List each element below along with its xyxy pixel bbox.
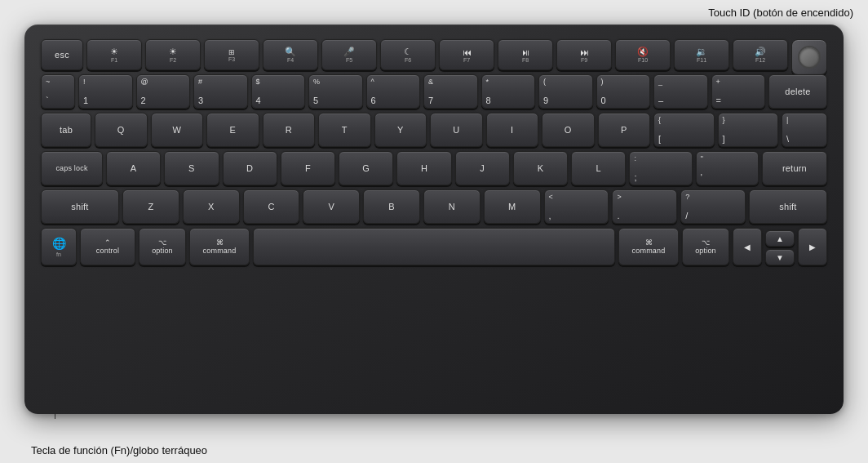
key-f12[interactable]: 🔊 F12 xyxy=(733,39,788,70)
key-c[interactable]: C xyxy=(243,189,300,224)
key-f8[interactable]: ⏯ F8 xyxy=(498,39,553,70)
key-return[interactable]: return xyxy=(762,151,827,185)
fn-globe-label: Tecla de función (Fn)/globo terráqueo xyxy=(31,444,207,456)
key-shift-right[interactable]: shift xyxy=(749,189,827,224)
key-9[interactable]: (9 xyxy=(538,74,593,109)
key-v[interactable]: V xyxy=(303,189,360,224)
qwerty-row: tab Q W E R T Y U I O P {[ }] |\ xyxy=(41,113,827,147)
key-esc[interactable]: esc xyxy=(41,39,83,70)
key-5[interactable]: %5 xyxy=(308,74,363,109)
key-n[interactable]: N xyxy=(423,189,480,224)
key-fn-globe[interactable]: 🌐 fn xyxy=(41,228,77,265)
key-minus[interactable]: _– xyxy=(653,74,708,109)
key-7[interactable]: &7 xyxy=(423,74,478,109)
key-option-right[interactable]: ⌥ option xyxy=(682,228,729,265)
key-4[interactable]: $4 xyxy=(251,74,306,109)
key-control[interactable]: ⌃ control xyxy=(80,228,135,265)
key-2[interactable]: @2 xyxy=(136,74,191,109)
key-shift-left[interactable]: shift xyxy=(41,189,119,224)
key-space[interactable] xyxy=(253,228,615,265)
key-1[interactable]: !1 xyxy=(78,74,133,109)
key-0[interactable]: )0 xyxy=(596,74,651,109)
key-i[interactable]: I xyxy=(486,113,539,147)
number-row: ~ ` !1 @2 #3 $4 %5 ^6 &7 *8 (9 )0 _– += … xyxy=(41,74,827,109)
key-y[interactable]: Y xyxy=(374,113,427,147)
key-arrow-left[interactable]: ◀ xyxy=(733,228,762,265)
key-6[interactable]: ^6 xyxy=(366,74,421,109)
key-o[interactable]: O xyxy=(542,113,595,147)
key-j[interactable]: J xyxy=(455,151,510,185)
key-8[interactable]: *8 xyxy=(481,74,536,109)
key-x[interactable]: X xyxy=(183,189,240,224)
key-q[interactable]: Q xyxy=(95,113,148,147)
fn-globe-annotation: Tecla de función (Fn)/globo terráqueo xyxy=(31,444,207,456)
key-f1[interactable]: ☀ F1 xyxy=(86,39,142,70)
key-d[interactable]: D xyxy=(223,151,277,185)
key-f[interactable]: F xyxy=(281,151,335,185)
key-arrow-down[interactable]: ▼ xyxy=(765,249,795,265)
arrow-cluster: ◀ ▲ ▼ ▶ xyxy=(733,228,827,265)
touch-id-sensor xyxy=(798,46,821,69)
key-b[interactable]: B xyxy=(363,189,420,224)
touch-id-annotation: Touch ID (botón de encendido) xyxy=(708,7,853,19)
key-period[interactable]: >. xyxy=(612,189,677,224)
key-semicolon[interactable]: :; xyxy=(629,151,692,185)
key-command-right[interactable]: ⌘ command xyxy=(618,228,679,265)
key-r[interactable]: R xyxy=(263,113,316,147)
key-f11[interactable]: 🔉 F11 xyxy=(674,39,729,70)
key-f5[interactable]: 🎤 F5 xyxy=(321,39,377,70)
key-f2[interactable]: ☀ F2 xyxy=(145,39,201,70)
arrow-updown: ▲ ▼ xyxy=(765,230,795,265)
key-arrow-right[interactable]: ▶ xyxy=(798,228,827,265)
key-3[interactable]: #3 xyxy=(193,74,248,109)
key-f10[interactable]: 🔇 F10 xyxy=(615,39,671,70)
key-backslash[interactable]: |\ xyxy=(782,113,827,147)
keyboard: esc ☀ F1 ☀ F2 ⊞ F3 🔍 F4 🎤 F5 ☾ xyxy=(24,24,844,414)
asdf-row: caps lock A S D F G H J K L :; "' return xyxy=(41,151,827,185)
key-s[interactable]: S xyxy=(164,151,219,185)
key-w[interactable]: W xyxy=(151,113,204,147)
key-touch-id[interactable] xyxy=(791,39,827,75)
key-t[interactable]: T xyxy=(318,113,371,147)
key-p[interactable]: P xyxy=(598,113,651,147)
key-tilde[interactable]: ~ ` xyxy=(41,74,75,109)
key-f3[interactable]: ⊞ F3 xyxy=(204,39,259,70)
key-g[interactable]: G xyxy=(339,151,393,185)
key-e[interactable]: E xyxy=(206,113,259,147)
key-a[interactable]: A xyxy=(106,151,161,185)
key-quote[interactable]: "' xyxy=(696,151,759,185)
key-delete[interactable]: delete xyxy=(768,74,827,109)
globe-icon: 🌐 xyxy=(52,237,66,250)
key-k[interactable]: K xyxy=(513,151,568,185)
function-row: esc ☀ F1 ☀ F2 ⊞ F3 🔍 F4 🎤 F5 ☾ xyxy=(41,39,827,70)
key-f7[interactable]: ⏮ F7 xyxy=(439,39,494,70)
key-z[interactable]: Z xyxy=(122,189,179,224)
bottom-row: 🌐 fn ⌃ control ⌥ option ⌘ command ⌘ xyxy=(41,228,827,265)
zxcv-row: shift Z X C V B N M <, >. ?/ shift xyxy=(41,189,827,224)
touch-id-label: Touch ID (botón de encendido) xyxy=(708,7,853,19)
key-comma[interactable]: <, xyxy=(544,189,609,224)
key-equals[interactable]: += xyxy=(711,74,766,109)
key-slash[interactable]: ?/ xyxy=(680,189,746,224)
key-tab[interactable]: tab xyxy=(41,113,91,147)
key-h[interactable]: H xyxy=(396,151,451,185)
key-m[interactable]: M xyxy=(484,189,541,224)
key-command-left[interactable]: ⌘ command xyxy=(189,228,250,265)
key-u[interactable]: U xyxy=(430,113,483,147)
key-arrow-up[interactable]: ▲ xyxy=(765,230,795,247)
keyboard-rows: esc ☀ F1 ☀ F2 ⊞ F3 🔍 F4 🎤 F5 ☾ xyxy=(41,39,827,401)
key-option-left[interactable]: ⌥ option xyxy=(139,228,186,265)
key-f9[interactable]: ⏭ F9 xyxy=(556,39,612,70)
key-f6[interactable]: ☾ F6 xyxy=(380,39,436,70)
key-l[interactable]: L xyxy=(571,151,626,185)
key-close-bracket[interactable]: }] xyxy=(718,113,779,147)
key-f4[interactable]: 🔍 F4 xyxy=(263,39,318,70)
key-open-bracket[interactable]: {[ xyxy=(653,113,715,147)
key-caps-lock[interactable]: caps lock xyxy=(41,151,103,185)
